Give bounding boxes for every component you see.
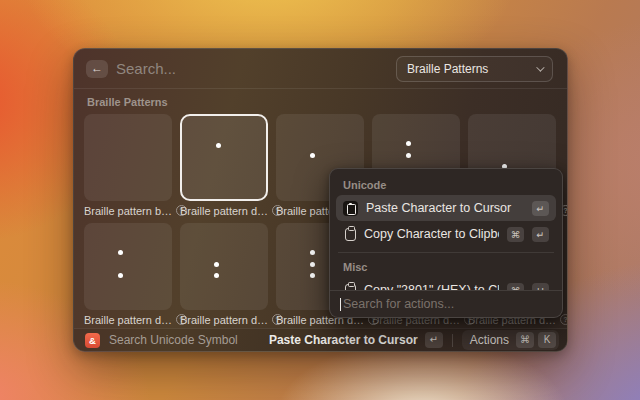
tile-label: Braille pattern d…? xyxy=(180,204,268,217)
braille-dot xyxy=(310,262,315,267)
braille-dot xyxy=(310,153,315,158)
action-item-label: Copy Character to Clipboard xyxy=(364,227,499,241)
braille-tile-selected[interactable] xyxy=(180,114,268,201)
panel-divider xyxy=(338,252,554,253)
panel-section-title: Misc xyxy=(336,257,556,277)
braille-dot xyxy=(118,250,123,255)
cmd-key-badge: ⌘ xyxy=(516,332,534,348)
action-panel-list: Unicode Paste Character to Cursor ↵ Copy… xyxy=(330,169,562,290)
category-dropdown-value: Braille Patterns xyxy=(407,62,488,76)
action-item-label: Paste Character to Cursor xyxy=(366,201,524,215)
extension-icon: & xyxy=(85,333,100,348)
braille-dot xyxy=(214,262,219,267)
action-item-paste-character[interactable]: Paste Character to Cursor ↵ xyxy=(336,195,556,221)
grid-cell: Braille pattern b…? xyxy=(84,114,172,217)
chevron-down-icon xyxy=(536,63,544,71)
section-title: Braille Patterns xyxy=(87,96,168,108)
return-key-badge: ↵ xyxy=(425,332,443,348)
braille-dot xyxy=(216,143,221,148)
primary-action-button[interactable]: Paste Character to Cursor xyxy=(269,333,418,347)
desktop: { "topbar": { "search_placeholder": "Sea… xyxy=(0,0,640,400)
grid-cell: Braille pattern d…? xyxy=(84,223,172,326)
grid-cell: Braille pattern d…? xyxy=(180,114,268,217)
h-key-badge: H xyxy=(532,283,549,291)
top-bar: ← Search... Braille Patterns xyxy=(74,49,567,89)
return-key-badge: ↵ xyxy=(532,201,549,216)
cmd-key-badge: ⌘ xyxy=(507,283,524,291)
search-input[interactable]: Search... xyxy=(116,60,176,77)
braille-dot xyxy=(214,273,219,278)
back-arrow-icon: ← xyxy=(91,61,103,75)
braille-dot xyxy=(406,141,411,146)
braille-tile[interactable] xyxy=(84,114,172,201)
action-item-copy-character[interactable]: Copy Character to Clipboard ⌘ ↵ xyxy=(336,221,556,247)
app-label: Search Unicode Symbol xyxy=(109,333,269,347)
tile-label: Braille pattern b…? xyxy=(84,204,172,217)
braille-dot xyxy=(310,273,315,278)
question-circle-icon: ? xyxy=(560,314,568,325)
grid-cell: Braille pattern d…? xyxy=(180,223,268,326)
tile-label: Braille pattern d…? xyxy=(84,313,172,326)
braille-tile[interactable] xyxy=(84,223,172,310)
category-dropdown[interactable]: Braille Patterns xyxy=(396,56,553,82)
braille-dot xyxy=(310,250,315,255)
back-button[interactable]: ← xyxy=(86,60,108,78)
actions-button[interactable]: Actions ⌘ K xyxy=(462,330,559,350)
actions-button-label: Actions xyxy=(470,333,509,347)
braille-dot xyxy=(118,273,123,278)
statusbar-divider xyxy=(452,334,453,347)
actions-search-input[interactable]: Search for actions... xyxy=(330,290,562,317)
braille-dot xyxy=(406,153,411,158)
clipboard-icon xyxy=(345,228,356,241)
text-caret xyxy=(340,298,341,311)
action-panel: Unicode Paste Character to Cursor ↵ Copy… xyxy=(329,168,563,318)
status-bar: & Search Unicode Symbol Paste Character … xyxy=(74,328,567,351)
cmd-key-badge: ⌘ xyxy=(507,227,524,242)
tile-label: Braille pattern d…? xyxy=(180,313,268,326)
launcher-window: ← Search... Braille Patterns Braille Pat… xyxy=(73,48,568,352)
action-item-copy-hex[interactable]: Copy "2801" (HEX) to Clipboard ⌘ H xyxy=(336,277,556,290)
k-key-badge: K xyxy=(538,332,556,348)
action-item-label: Copy "2801" (HEX) to Clipboard xyxy=(364,283,499,290)
actions-search-placeholder: Search for actions... xyxy=(343,297,454,311)
panel-section-title: Unicode xyxy=(336,175,556,195)
paste-icon xyxy=(343,201,358,216)
return-key-badge: ↵ xyxy=(532,227,549,242)
braille-tile[interactable] xyxy=(180,223,268,310)
